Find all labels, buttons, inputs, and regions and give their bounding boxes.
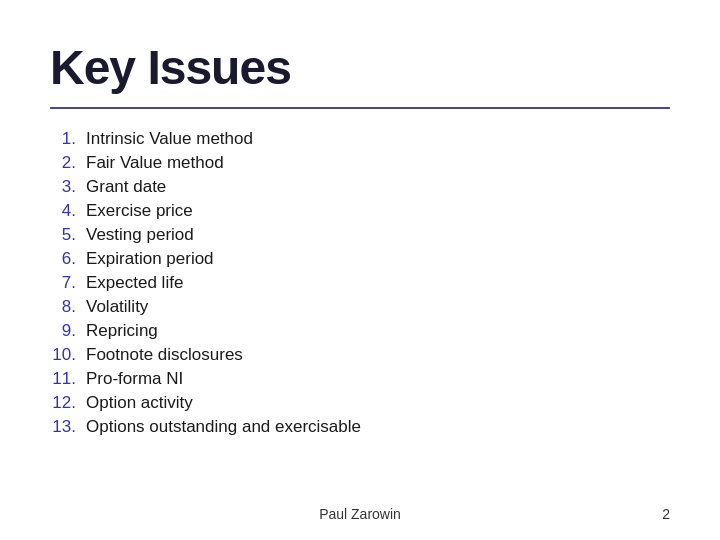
list-item: 12.Option activity	[50, 391, 670, 415]
list-number: 5.	[50, 225, 86, 245]
list-number: 2.	[50, 153, 86, 173]
list-item: 3.Grant date	[50, 175, 670, 199]
list-text: Grant date	[86, 177, 166, 197]
list-number: 13.	[50, 417, 86, 437]
list-item: 4.Exercise price	[50, 199, 670, 223]
list-number: 9.	[50, 321, 86, 341]
list-text: Option activity	[86, 393, 193, 413]
list-item: 6.Expiration period	[50, 247, 670, 271]
title-divider	[50, 107, 670, 109]
list-number: 1.	[50, 129, 86, 149]
list-item: 5.Vesting period	[50, 223, 670, 247]
content-area: 1.Intrinsic Value method2.Fair Value met…	[50, 127, 670, 439]
list-item: 9.Repricing	[50, 319, 670, 343]
list-item: 8.Volatility	[50, 295, 670, 319]
list-text: Volatility	[86, 297, 148, 317]
list-number: 10.	[50, 345, 86, 365]
footer: Paul Zarowin 2	[50, 506, 670, 522]
slide-title: Key Issues	[50, 40, 670, 95]
list-text: Repricing	[86, 321, 158, 341]
list-text: Fair Value method	[86, 153, 224, 173]
list-item: 1.Intrinsic Value method	[50, 127, 670, 151]
list-text: Expiration period	[86, 249, 214, 269]
list-item: 13.Options outstanding and exercisable	[50, 415, 670, 439]
list-text: Footnote disclosures	[86, 345, 243, 365]
list-text: Options outstanding and exercisable	[86, 417, 361, 437]
list-number: 4.	[50, 201, 86, 221]
list-item: 2.Fair Value method	[50, 151, 670, 175]
list-number: 11.	[50, 369, 86, 389]
slide: Key Issues 1.Intrinsic Value method2.Fai…	[0, 0, 720, 540]
list-text: Exercise price	[86, 201, 193, 221]
list-number: 3.	[50, 177, 86, 197]
list-text: Intrinsic Value method	[86, 129, 253, 149]
list-item: 7.Expected life	[50, 271, 670, 295]
list-text: Vesting period	[86, 225, 194, 245]
footer-page: 2	[662, 506, 670, 522]
list-number: 12.	[50, 393, 86, 413]
list-item: 10.Footnote disclosures	[50, 343, 670, 367]
list-text: Pro-forma NI	[86, 369, 183, 389]
list-text: Expected life	[86, 273, 183, 293]
list-item: 11.Pro-forma NI	[50, 367, 670, 391]
footer-author: Paul Zarowin	[50, 506, 670, 522]
list-number: 7.	[50, 273, 86, 293]
list-number: 8.	[50, 297, 86, 317]
list-number: 6.	[50, 249, 86, 269]
